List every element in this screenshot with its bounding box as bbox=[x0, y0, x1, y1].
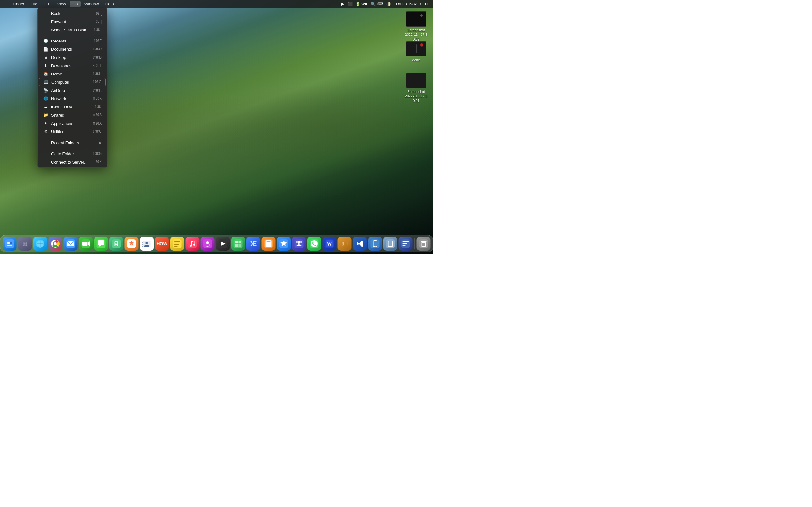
dock-whatsapp[interactable] bbox=[307, 237, 321, 250]
go-network-label: Network bbox=[51, 96, 90, 101]
menubar-view[interactable]: View bbox=[55, 1, 68, 7]
battery-icon[interactable]: 🔋 bbox=[355, 1, 361, 7]
screenshot2-label: Screenshot2022-11...17.50.01 bbox=[403, 89, 429, 103]
go-shared-shortcut: ⇧⌘S bbox=[92, 113, 102, 117]
menubar-window[interactable]: Window bbox=[82, 1, 101, 7]
go-applications-shortcut: ⇧⌘A bbox=[92, 121, 102, 125]
go-connect-server-label: Connect to Server... bbox=[51, 160, 93, 164]
go-home[interactable]: 🏠 Home ⇧⌘H bbox=[38, 70, 107, 78]
dock-iphone[interactable] bbox=[368, 237, 382, 250]
go-back[interactable]: Back ⌘ [ bbox=[38, 9, 107, 17]
dock-podcasts[interactable] bbox=[201, 237, 215, 250]
menubar-right: ▶ ⬛ 🔋 WiFi 🔍 ⌨ 🌓 Thu 10 Nov 10:01 bbox=[340, 1, 431, 7]
go-downloads-label: Downloads bbox=[51, 63, 89, 68]
menubar-finder[interactable]: Finder bbox=[10, 1, 27, 7]
menubar-help[interactable]: Help bbox=[103, 1, 116, 7]
siri-icon[interactable]: 🌓 bbox=[386, 1, 391, 7]
submenu-arrow: ▶ bbox=[99, 141, 102, 145]
go-airdrop-shortcut: ⇧⌘R bbox=[92, 88, 102, 93]
go-forward-label: Forward bbox=[51, 19, 93, 24]
go-airdrop[interactable]: 📡 AirDrop ⇧⌘R bbox=[38, 86, 107, 95]
svg-rect-24 bbox=[142, 242, 143, 243]
dock-safari[interactable] bbox=[33, 237, 47, 250]
dock-messages[interactable] bbox=[94, 237, 108, 250]
go-icloud-drive-shortcut: ⇧⌘I bbox=[94, 105, 102, 109]
desktop-icon-screenshot1[interactable]: Screenshot2022-11...17.50.09 bbox=[403, 11, 429, 42]
dock-appstore[interactable] bbox=[277, 237, 291, 250]
dock-xcode[interactable] bbox=[247, 237, 260, 250]
go-applications[interactable]: ✦ Applications ⇧⌘A bbox=[38, 119, 107, 127]
dock-appletv[interactable] bbox=[216, 237, 230, 250]
control-center-icon[interactable]: ⌨ bbox=[378, 1, 384, 7]
go-connect-server[interactable]: Connect to Server... ⌘K bbox=[38, 158, 107, 166]
dock-pages[interactable] bbox=[262, 237, 275, 250]
go-home-label: Home bbox=[51, 72, 90, 76]
svg-rect-29 bbox=[174, 241, 180, 242]
go-shared-label: Shared bbox=[51, 113, 90, 118]
applications-icon: ✦ bbox=[43, 120, 49, 126]
dock-teams[interactable] bbox=[292, 237, 306, 250]
startup-disk-icon bbox=[43, 27, 49, 33]
go-downloads[interactable]: ⬇ Downloads ⌥⌘L bbox=[38, 61, 107, 70]
screen-record-icon[interactable]: ⬛ bbox=[347, 1, 353, 7]
dock-facetime[interactable] bbox=[79, 237, 93, 250]
go-utilities-label: Utilities bbox=[51, 129, 90, 134]
dock-simulator[interactable] bbox=[384, 237, 397, 250]
recent-folders-icon bbox=[43, 140, 49, 146]
wifi-icon[interactable]: WiFi bbox=[362, 1, 368, 7]
go-computer[interactable]: 💻 Computer ⇧⌘C bbox=[39, 78, 106, 86]
svg-point-57 bbox=[296, 241, 298, 243]
divider-3 bbox=[38, 148, 107, 148]
utilities-icon: ⚙ bbox=[43, 129, 49, 134]
go-utilities[interactable]: ⚙ Utilities ⇧⌘U bbox=[38, 127, 107, 135]
desktop-icon-screenshot2[interactable]: Screenshot2022-11...17.50.01 bbox=[403, 73, 429, 103]
dock-pricetag[interactable]: 🏷 bbox=[338, 237, 352, 250]
dock-word[interactable]: W bbox=[322, 237, 337, 250]
desktop-icon-done[interactable]: done bbox=[403, 41, 429, 62]
svg-rect-38 bbox=[207, 245, 208, 247]
done-label: done bbox=[412, 58, 420, 62]
svg-point-37 bbox=[206, 241, 209, 244]
go-to-folder[interactable]: Go to Folder... ⇧⌘G bbox=[38, 150, 107, 158]
dock-contacts[interactable] bbox=[140, 237, 154, 250]
dock-maps[interactable] bbox=[109, 237, 123, 250]
go-connect-server-shortcut: ⌘K bbox=[96, 160, 102, 164]
svg-rect-45 bbox=[239, 244, 241, 247]
play-icon[interactable]: ▶ bbox=[340, 1, 345, 7]
go-back-label: Back bbox=[51, 11, 93, 16]
go-shared[interactable]: 📁 Shared ⇧⌘S bbox=[38, 111, 107, 119]
go-icloud-drive[interactable]: ☁ iCloud Drive ⇧⌘I bbox=[38, 103, 107, 111]
go-desktop[interactable]: 🖥 Desktop ⇧⌘D bbox=[38, 53, 107, 61]
go-startup-disk[interactable]: Select Startup Disk ⇧⌘↑ bbox=[38, 26, 107, 34]
go-network-shortcut: ⇧⌘K bbox=[92, 96, 102, 101]
dock-music[interactable] bbox=[186, 237, 200, 250]
dock-notes[interactable] bbox=[170, 237, 184, 250]
dock-vscode[interactable] bbox=[353, 237, 367, 250]
search-icon[interactable]: 🔍 bbox=[370, 1, 376, 7]
go-airdrop-label: AirDrop bbox=[51, 88, 90, 93]
go-forward[interactable]: Forward ⌘ ] bbox=[38, 17, 107, 26]
go-network[interactable]: 🌐 Network ⇧⌘K bbox=[38, 95, 107, 103]
dock-finder[interactable] bbox=[3, 237, 17, 250]
dock-numbers[interactable] bbox=[231, 237, 245, 250]
dock-photos[interactable] bbox=[125, 237, 139, 250]
svg-rect-31 bbox=[174, 244, 179, 245]
menubar-file[interactable]: File bbox=[28, 1, 40, 7]
menubar-clock: Thu 10 Nov 10:01 bbox=[393, 1, 431, 7]
menubar-edit[interactable]: Edit bbox=[41, 1, 53, 7]
go-recents[interactable]: 🕐 Recents ⇧⌘F bbox=[38, 37, 107, 45]
dock-launchpad[interactable]: ⊞ bbox=[18, 237, 32, 250]
screenshot1-label: Screenshot2022-11...17.50.09 bbox=[403, 28, 429, 42]
go-documents[interactable]: 📄 Documents ⇧⌘O bbox=[38, 45, 107, 53]
dock-trash[interactable] bbox=[417, 237, 431, 250]
svg-rect-32 bbox=[174, 246, 177, 246]
svg-rect-42 bbox=[235, 240, 238, 243]
dock-chrome[interactable] bbox=[49, 237, 62, 250]
dock-mail[interactable] bbox=[64, 237, 78, 250]
menubar-go[interactable]: Go bbox=[70, 1, 80, 7]
dock-dash[interactable] bbox=[399, 237, 413, 250]
svg-rect-33 bbox=[188, 239, 197, 248]
dock-howisit[interactable]: HOW bbox=[155, 237, 169, 250]
back-icon bbox=[43, 10, 49, 16]
go-recent-folders[interactable]: Recent Folders ▶ bbox=[38, 138, 107, 147]
